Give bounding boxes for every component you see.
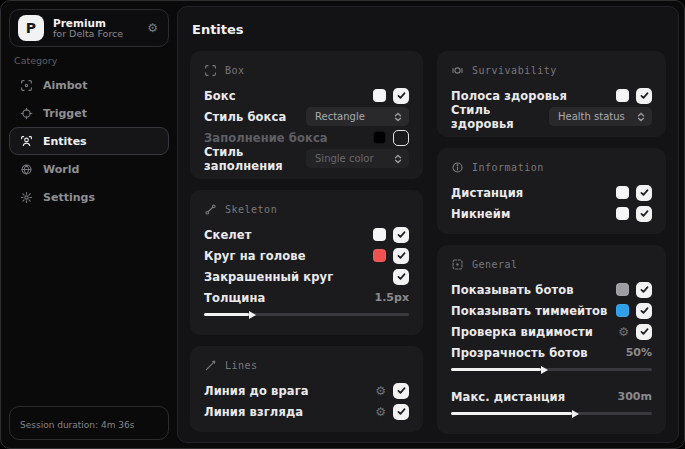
sidebar-item-entites[interactable]: Entites	[9, 127, 169, 155]
setting-label: Стиль бокса	[204, 110, 286, 124]
checkbox-checked[interactable]	[393, 269, 409, 285]
checkbox-checked[interactable]	[636, 282, 652, 298]
sidebar-item-label: World	[43, 163, 79, 176]
color-swatch[interactable]	[616, 304, 629, 317]
card-header-label: Information	[472, 162, 544, 173]
setting-row-visibility-check: Проверка видимости ⚙	[451, 321, 652, 342]
card-header-label: Box	[225, 65, 245, 76]
bone-icon	[204, 203, 217, 216]
setting-row-skeleton: Скелет	[204, 224, 409, 245]
box-style-dropdown[interactable]: Rectangle	[306, 107, 409, 126]
setting-label: Стиль заполнения	[204, 145, 306, 173]
checkbox-checked[interactable]	[636, 324, 652, 340]
fill-style-dropdown[interactable]: Single color	[306, 149, 409, 168]
checkbox-unchecked[interactable]	[393, 130, 409, 146]
check-icon	[396, 406, 407, 417]
brand-title: Premium	[53, 17, 147, 29]
check-icon	[639, 208, 650, 219]
dropdown-value: Single color	[315, 153, 374, 164]
brand-texts: Premium for Delta Force	[53, 17, 147, 40]
color-swatch[interactable]	[373, 89, 386, 102]
checkbox-checked[interactable]	[393, 383, 409, 399]
lines-card-header: Lines	[204, 357, 409, 373]
gear-icon	[20, 191, 33, 204]
setting-row-thickness: Толщина 1.5px	[204, 287, 409, 308]
color-swatch[interactable]	[616, 283, 629, 296]
setting-label: Показывать ботов	[451, 283, 574, 297]
checkbox-checked[interactable]	[636, 206, 652, 222]
box-card: Box Бокс Стиль бокса Rectangle	[190, 51, 423, 179]
sidebar-item-world[interactable]: World	[9, 155, 169, 183]
setting-row-show-teammates: Показывать тиммейтов	[451, 300, 652, 321]
sidebar: P Premium for Delta Force ⚙ Category Aim…	[1, 1, 177, 448]
setting-row-nickname: Никнейм	[451, 203, 652, 224]
checkbox-checked[interactable]	[636, 88, 652, 104]
session-duration-card: Session duration: 4m 36s	[9, 406, 169, 440]
color-swatch[interactable]	[616, 89, 629, 102]
page-title: Entites	[192, 22, 666, 37]
color-swatch[interactable]	[373, 249, 386, 262]
thickness-slider[interactable]	[204, 313, 409, 316]
setting-label: Проверка видимости	[451, 325, 593, 339]
checkbox-checked[interactable]	[636, 303, 652, 319]
brand-card: P Premium for Delta Force ⚙	[9, 9, 169, 47]
gear-icon[interactable]: ⚙	[375, 385, 386, 397]
setting-row-vision-line: Линия взгляда ⚙	[204, 401, 409, 422]
setting-row-max-distance: Макс. дистанция 300m	[451, 386, 652, 407]
max-distance-slider[interactable]	[451, 412, 652, 415]
check-icon	[396, 90, 407, 101]
gear-icon[interactable]: ⚙	[147, 22, 158, 34]
slider-value: 1.5px	[375, 291, 409, 304]
color-swatch[interactable]	[616, 186, 629, 199]
setting-label: Заполнение бокса	[204, 131, 328, 145]
info-icon	[451, 161, 464, 174]
check-icon	[639, 305, 650, 316]
setting-label: Полоса здоровья	[451, 89, 567, 103]
sidebar-item-settings[interactable]: Settings	[9, 183, 169, 211]
setting-row-distance: Дистанция	[451, 182, 652, 203]
setting-label: Линия до врага	[204, 384, 309, 398]
checkbox-checked[interactable]	[636, 185, 652, 201]
checkbox-checked[interactable]	[393, 227, 409, 243]
check-icon	[639, 187, 650, 198]
general-card-header: General	[451, 256, 652, 272]
sidebar-item-trigget[interactable]: Trigget	[9, 99, 169, 127]
checkbox-checked[interactable]	[393, 248, 409, 264]
checkbox-checked[interactable]	[393, 88, 409, 104]
color-swatch[interactable]	[373, 131, 386, 144]
general-card: General Показывать ботов Показывать тимм…	[437, 245, 666, 434]
sidebar-item-aimbot[interactable]: Aimbot	[9, 71, 169, 99]
survivability-card-header: Survivability	[451, 62, 652, 78]
dropdown-value: Rectangle	[315, 111, 365, 122]
health-style-dropdown[interactable]: Health status	[549, 107, 652, 126]
setting-label: Толщина	[204, 291, 265, 305]
setting-label: Показывать тиммейтов	[451, 304, 607, 318]
sidebar-item-label: Entites	[43, 135, 87, 148]
brand-logo: P	[18, 15, 44, 41]
gear-icon[interactable]: ⚙	[618, 326, 629, 338]
sidebar-item-label: Aimbot	[43, 79, 87, 92]
check-icon	[396, 385, 407, 396]
setting-label: Круг на голове	[204, 249, 306, 263]
survivability-card: Survivability Полоса здоровья Стиль здор…	[437, 51, 666, 137]
check-icon	[396, 229, 407, 240]
lines-card: Lines Линия до врага ⚙ Линия взгляда ⚙	[190, 346, 423, 432]
box-card-header: Box	[204, 62, 409, 78]
bot-opacity-slider[interactable]	[451, 368, 652, 371]
box-corners-icon	[204, 64, 217, 77]
information-card-header: Information	[451, 159, 652, 175]
gear-icon[interactable]: ⚙	[375, 406, 386, 418]
color-swatch[interactable]	[373, 228, 386, 241]
check-icon	[639, 90, 650, 101]
setting-label: Никнейм	[451, 207, 510, 221]
sidebar-item-label: Trigget	[43, 107, 87, 120]
card-header-label: Skeleton	[225, 204, 277, 215]
color-swatch[interactable]	[616, 207, 629, 220]
setting-label: Прозрачность ботов	[451, 346, 588, 360]
card-header-label: Survivability	[472, 65, 557, 76]
setting-label: Скелет	[204, 228, 252, 242]
setting-row-health-style: Стиль здоровья Health status	[451, 106, 652, 127]
checkbox-checked[interactable]	[393, 404, 409, 420]
setting-label: Дистанция	[451, 186, 523, 200]
category-label: Category	[14, 55, 57, 66]
